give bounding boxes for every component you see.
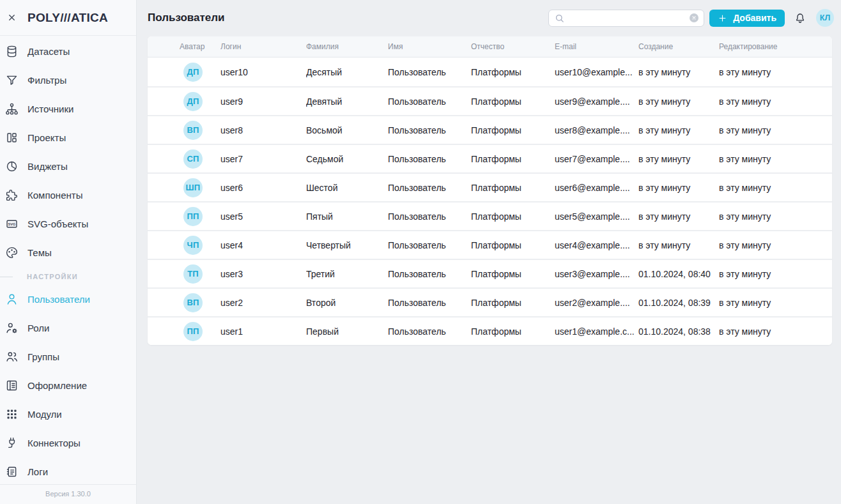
person-icon bbox=[5, 293, 19, 306]
cell-firstname: Пользователь bbox=[388, 67, 471, 77]
table-row[interactable]: ПП user1 Первый Пользователь Платформы u… bbox=[148, 316, 832, 345]
column-header-lastname: Фамилия bbox=[306, 42, 388, 51]
sidebar-item-widgets[interactable]: Виджеты bbox=[0, 152, 136, 181]
cell-edited: в эту минуту bbox=[719, 240, 832, 250]
cell-lastname: Десятый bbox=[306, 67, 388, 77]
app-version: Версия 1.30.0 bbox=[0, 484, 136, 504]
sidebar-item-themes[interactable]: Темы bbox=[0, 238, 136, 267]
cell-edited: в эту минуту bbox=[719, 125, 832, 135]
cell-firstname: Пользователь bbox=[388, 183, 471, 193]
people-icon bbox=[5, 350, 19, 363]
sidebar-item-components[interactable]: Компоненты bbox=[0, 181, 136, 210]
main-content: Пользователи Добавить КЛ bbox=[137, 0, 841, 504]
sidebar-item-label: Компоненты bbox=[27, 190, 82, 201]
avatar-cell: ДП bbox=[148, 63, 220, 82]
page-title: Пользователи bbox=[148, 11, 225, 24]
cell-firstname: Пользователь bbox=[388, 269, 471, 279]
sidebar-item-projects[interactable]: Проекты bbox=[0, 123, 136, 152]
sidebar-item-label: Роли bbox=[27, 323, 50, 333]
sidebar-item-label: Датасеты bbox=[27, 46, 70, 57]
sidebar-item-label: Проекты bbox=[27, 132, 66, 143]
table-row[interactable]: ВП user2 Второй Пользователь Платформы u… bbox=[148, 287, 832, 316]
avatar: ПП bbox=[183, 207, 203, 226]
notifications-bell-icon[interactable] bbox=[794, 11, 806, 25]
sidebar-item-logs[interactable]: Логи bbox=[0, 457, 136, 484]
cell-login: user4 bbox=[220, 240, 306, 250]
search-box bbox=[548, 10, 704, 27]
table-row[interactable]: ЧП user4 Четвертый Пользователь Платформ… bbox=[148, 230, 832, 259]
person-gear-icon bbox=[5, 321, 19, 335]
sidebar-item-users[interactable]: Пользователи bbox=[0, 285, 136, 314]
cell-login: user9 bbox=[220, 96, 306, 107]
avatar-cell: ВП bbox=[148, 293, 220, 312]
search-icon bbox=[554, 13, 565, 24]
close-sidebar-button[interactable] bbox=[5, 11, 19, 24]
cell-login: user5 bbox=[220, 211, 306, 222]
sidebar-item-label: Логи bbox=[27, 466, 48, 477]
cell-edited: в эту минуту bbox=[719, 269, 832, 279]
cell-middlename: Платформы bbox=[471, 183, 555, 193]
table-row[interactable]: ДП user9 Девятый Пользователь Платформы … bbox=[148, 86, 832, 115]
cell-created: 01.10.2024, 08:39 bbox=[638, 298, 719, 308]
table-row[interactable]: ДП user10 Десятый Пользователь Платформы… bbox=[148, 57, 832, 86]
add-user-button[interactable]: Добавить bbox=[709, 10, 785, 27]
column-header-avatar: Аватар bbox=[148, 42, 220, 51]
app-logo: POLY///ATICA bbox=[27, 11, 108, 25]
cell-email: user6@example.... bbox=[555, 183, 638, 193]
sidebar-item-appearance[interactable]: Оформление bbox=[0, 371, 136, 400]
cell-middlename: Платформы bbox=[471, 240, 555, 250]
column-header-edited: Редактирование bbox=[719, 42, 832, 51]
sidebar-item-groups[interactable]: Группы bbox=[0, 342, 136, 371]
cell-login: user8 bbox=[220, 125, 306, 135]
topbar: Пользователи Добавить КЛ bbox=[137, 0, 841, 36]
cell-edited: в эту минуту bbox=[719, 96, 832, 107]
sidebar-item-filters[interactable]: Фильтры bbox=[0, 66, 136, 95]
sidebar-item-roles[interactable]: Роли bbox=[0, 314, 136, 342]
sidebar-item-sources[interactable]: Источники bbox=[0, 95, 136, 123]
cell-created: в эту минуту bbox=[638, 240, 719, 250]
cell-email: user5@example.... bbox=[555, 211, 638, 222]
cell-lastname: Восьмой bbox=[306, 125, 388, 135]
cell-login: user2 bbox=[220, 298, 306, 308]
cell-login: user3 bbox=[220, 269, 306, 279]
add-user-label: Добавить bbox=[733, 13, 776, 23]
search-input[interactable] bbox=[565, 13, 690, 23]
table-row[interactable]: ВП user8 Восьмой Пользователь Платформы … bbox=[148, 115, 832, 144]
column-header-created: Создание bbox=[638, 42, 719, 51]
user-avatar[interactable]: КЛ bbox=[816, 9, 834, 27]
avatar-cell: ШП bbox=[148, 178, 220, 197]
cell-created: 01.10.2024, 08:40 bbox=[638, 269, 719, 279]
sidebar-section-settings: НАСТРОЙКИ bbox=[0, 268, 136, 285]
sidebar-item-connectors[interactable]: Коннекторы bbox=[0, 429, 136, 457]
sidebar-item-label: Группы bbox=[27, 351, 59, 362]
table-row[interactable]: ШП user6 Шестой Пользователь Платформы u… bbox=[148, 172, 832, 201]
sidebar-item-modules[interactable]: Модули bbox=[0, 400, 136, 429]
puzzle-icon bbox=[5, 188, 19, 202]
cell-edited: в эту минуту bbox=[719, 211, 832, 222]
cell-firstname: Пользователь bbox=[388, 154, 471, 164]
cell-lastname: Девятый bbox=[306, 96, 388, 107]
cell-firstname: Пользователь bbox=[388, 240, 471, 250]
palette-icon bbox=[5, 246, 19, 259]
column-header-firstname: Имя bbox=[388, 42, 471, 51]
sidebar-item-label: Модули bbox=[27, 409, 62, 420]
table-row[interactable]: ПП user5 Пятый Пользователь Платформы us… bbox=[148, 201, 832, 230]
cell-login: user6 bbox=[220, 183, 306, 193]
notes-icon bbox=[5, 465, 19, 478]
cell-lastname: Шестой bbox=[306, 183, 388, 193]
cell-created: в эту минуту bbox=[638, 125, 719, 135]
cell-edited: в эту минуту bbox=[719, 183, 832, 193]
cell-middlename: Платформы bbox=[471, 298, 555, 308]
avatar: ПП bbox=[183, 322, 203, 341]
svg-badge-icon: SVG bbox=[5, 217, 19, 231]
sidebar-item-datasets[interactable]: Датасеты bbox=[0, 37, 136, 66]
cell-lastname: Четвертый bbox=[306, 240, 388, 250]
table-row[interactable]: ТП user3 Третий Пользователь Платформы u… bbox=[148, 259, 832, 287]
table-row[interactable]: СП user7 Седьмой Пользователь Платформы … bbox=[148, 144, 832, 172]
avatar: ДП bbox=[183, 92, 203, 111]
sidebar-item-label: Оформление bbox=[27, 380, 87, 391]
filter-icon bbox=[5, 73, 19, 87]
sidebar-item-svg-objects[interactable]: SVG SVG-объекты bbox=[0, 210, 136, 238]
cell-firstname: Пользователь bbox=[388, 96, 471, 107]
clear-search-icon[interactable] bbox=[690, 13, 698, 22]
